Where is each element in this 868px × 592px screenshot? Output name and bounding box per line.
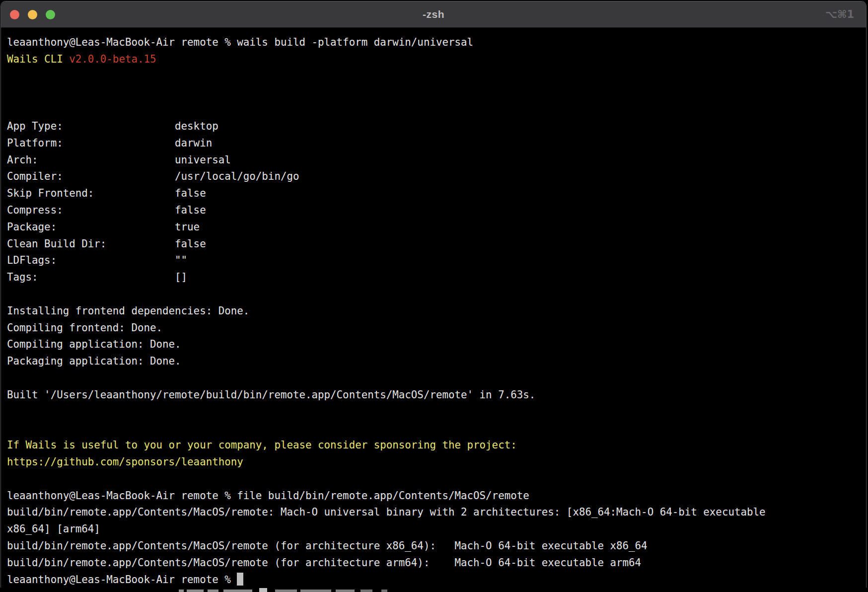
terminal-window: -zsh ⌥⌘1 leaanthony@Leas-MacBook-Air rem…: [0, 1, 867, 588]
terminal-line: [7, 68, 860, 85]
terminal-line: Tags: []: [7, 269, 860, 286]
terminal-screen[interactable]: leaanthony@Leas-MacBook-Air remote % wai…: [1, 28, 866, 588]
terminal-line: build/bin/remote.app/Contents/MacOS/remo…: [7, 504, 860, 521]
terminal-line: build/bin/remote.app/Contents/MacOS/remo…: [7, 538, 860, 555]
terminal-line: Platform: darwin: [7, 135, 860, 152]
terminal-line: leaanthony@Leas-MacBook-Air remote %: [7, 572, 860, 589]
terminal-line: Arch: universal: [7, 152, 860, 169]
background-window-text-sliver: [0, 588, 868, 592]
terminal-line: Packaging application: Done.: [7, 353, 860, 370]
terminal-line: [7, 101, 860, 118]
terminal-line: Skip Frontend: false: [7, 185, 860, 202]
terminal-line: Compiler: /usr/local/go/bin/go: [7, 168, 860, 185]
terminal-line: [7, 404, 860, 421]
terminal-line: [7, 370, 860, 387]
terminal-line: [7, 286, 860, 303]
terminal-line: Built '/Users/leaanthony/remote/build/bi…: [7, 387, 860, 404]
terminal-line: If Wails is useful to you or your compan…: [7, 437, 860, 454]
terminal-line: Clean Build Dir: false: [7, 236, 860, 253]
terminal-line: Compiling frontend: Done.: [7, 320, 860, 337]
terminal-line: Compiling application: Done.: [7, 336, 860, 353]
terminal-line: App Type: desktop: [7, 118, 860, 135]
title-bar[interactable]: -zsh ⌥⌘1: [1, 1, 866, 28]
terminal-line: Installing frontend dependencies: Done.: [7, 303, 860, 320]
terminal-line: leaanthony@Leas-MacBook-Air remote % fil…: [7, 488, 860, 505]
terminal-line: leaanthony@Leas-MacBook-Air remote % wai…: [7, 34, 860, 51]
terminal-line: [7, 84, 860, 101]
block-cursor: [237, 573, 243, 586]
terminal-line: https://github.com/sponsors/leaanthony: [7, 454, 860, 471]
window-title: -zsh: [1, 1, 866, 27]
terminal-line: build/bin/remote.app/Contents/MacOS/remo…: [7, 555, 860, 572]
tab-shortcut-label: ⌥⌘1: [825, 1, 854, 27]
terminal-line: [7, 471, 860, 488]
terminal-line: x86_64] [arm64]: [7, 521, 860, 538]
terminal-line: Wails CLI v2.0.0-beta.15: [7, 51, 860, 68]
terminal-line: [7, 420, 860, 437]
terminal-line: Compress: false: [7, 202, 860, 219]
terminal-line: LDFlags: "": [7, 252, 860, 269]
terminal-line: Package: true: [7, 219, 860, 236]
